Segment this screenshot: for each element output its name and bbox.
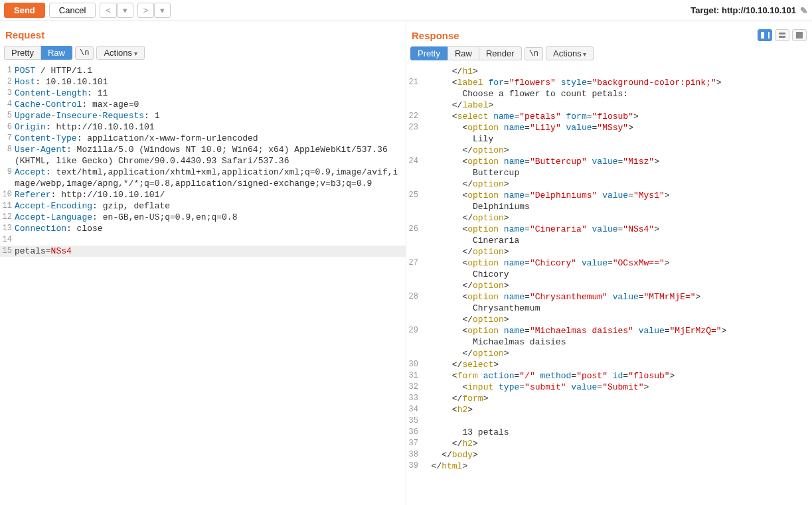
- tab-actions[interactable]: Actions: [546, 46, 594, 60]
- history-next-button[interactable]: >: [137, 3, 155, 18]
- code-line[interactable]: 5Upgrade-Insecure-Requests: 1: [0, 110, 406, 121]
- code-line[interactable]: 34 <h2>: [406, 404, 812, 415]
- tab-raw[interactable]: Raw: [41, 46, 72, 60]
- history-prev-menu[interactable]: ▾: [117, 3, 133, 18]
- code-line[interactable]: 32 <input type="submit" value="Submit">: [406, 382, 812, 393]
- code-line[interactable]: 4Cache-Control: max-age=0: [0, 99, 406, 110]
- layout-split-icon[interactable]: [758, 29, 772, 41]
- code-line[interactable]: 1POST / HTTP/1.1: [0, 65, 406, 76]
- code-line[interactable]: </option>: [406, 280, 812, 291]
- code-line[interactable]: 3Content-Length: 11: [0, 88, 406, 99]
- code-line[interactable]: Chicory: [406, 269, 812, 280]
- code-line[interactable]: Delphiniums: [406, 201, 812, 212]
- tab-pretty[interactable]: Pretty: [410, 46, 447, 60]
- code-line[interactable]: Michaelmas daisies: [406, 336, 812, 348]
- code-line[interactable]: </option>: [406, 145, 812, 156]
- tab-actions[interactable]: Actions: [96, 46, 144, 60]
- code-line[interactable]: 23 <option name="Lily" value="MSsy">: [406, 122, 812, 133]
- code-line[interactable]: 12Accept-Language: en-GB,en-US;q=0.9,en;…: [0, 212, 406, 223]
- cancel-button[interactable]: Cancel: [49, 3, 96, 18]
- code-line[interactable]: 33 </form>: [406, 393, 812, 404]
- code-line[interactable]: 22 <select name="petals" form="flosub">: [406, 111, 812, 122]
- code-line[interactable]: </option>: [406, 179, 812, 190]
- code-line[interactable]: </option>: [406, 246, 812, 257]
- code-line[interactable]: 37 </h2>: [406, 438, 812, 449]
- layout-switcher: [758, 29, 807, 41]
- tab-newline-toggle[interactable]: \n: [525, 47, 543, 60]
- code-line[interactable]: 9Accept: text/html,application/xhtml+xml…: [0, 167, 406, 189]
- tab-render[interactable]: Render: [479, 46, 522, 60]
- response-tabs: Pretty Raw Render \n Actions: [406, 46, 812, 64]
- code-line[interactable]: 10Referer: http://10.10.10.101/: [0, 189, 406, 200]
- request-body[interactable]: 1POST / HTTP/1.12Host: 10.10.10.1013Cont…: [0, 64, 406, 505]
- code-line[interactable]: </h1>: [406, 66, 812, 77]
- code-line[interactable]: Chrysanthemum: [406, 303, 812, 314]
- code-line[interactable]: 15petals=NSs4: [0, 246, 406, 257]
- code-line[interactable]: 36 13 petals: [406, 427, 812, 438]
- code-line[interactable]: 30 </select>: [406, 359, 812, 370]
- tab-raw[interactable]: Raw: [447, 46, 479, 60]
- code-line[interactable]: 31 <form action="/" method="post" id="fl…: [406, 370, 812, 382]
- response-panel: Response Pretty Raw Render \n Actions </…: [406, 21, 812, 505]
- layout-single-icon[interactable]: [792, 29, 807, 41]
- code-line[interactable]: 2Host: 10.10.10.101: [0, 76, 406, 88]
- code-line[interactable]: Cineraria: [406, 235, 812, 246]
- tab-newline-toggle[interactable]: \n: [75, 46, 94, 60]
- code-line[interactable]: Buttercup: [406, 167, 812, 179]
- code-line[interactable]: 39 </html>: [406, 461, 812, 472]
- toolbar: Send Cancel < ▾ > ▾ Target: http://10.10…: [0, 0, 812, 21]
- code-line[interactable]: Choose a flower to count petals:: [406, 88, 812, 100]
- response-title: Response: [412, 30, 459, 41]
- request-tabs: Pretty Raw \n Actions: [0, 46, 406, 64]
- code-line[interactable]: 25 <option name="Delphiniums" value="Mys…: [406, 190, 812, 201]
- code-line[interactable]: 24 <option name="Buttercup" value="Misz"…: [406, 156, 812, 167]
- code-line[interactable]: 27 <option name="Chicory" value="OCsxMw=…: [406, 257, 812, 269]
- code-line[interactable]: 26 <option name="Cineraria" value="NSs4"…: [406, 224, 812, 235]
- code-line[interactable]: 11Accept-Encoding: gzip, deflate: [0, 200, 406, 212]
- tab-pretty[interactable]: Pretty: [4, 46, 41, 60]
- pencil-icon[interactable]: ✎: [800, 5, 808, 16]
- code-line[interactable]: 29 <option name="Michaelmas daisies" val…: [406, 325, 812, 336]
- code-line[interactable]: 8User-Agent: Mozilla/5.0 (Windows NT 10.…: [0, 144, 406, 167]
- target-label: Target: http://10.10.10.101 ✎: [690, 5, 808, 16]
- code-line[interactable]: 6Origin: http://10.10.10.101: [0, 121, 406, 133]
- code-line[interactable]: 13Connection: close: [0, 223, 406, 234]
- code-line[interactable]: </option>: [406, 212, 812, 224]
- history-prev-button[interactable]: <: [100, 3, 117, 18]
- code-line[interactable]: 7Content-Type: application/x-www-form-ur…: [0, 133, 406, 144]
- layout-stack-icon[interactable]: [775, 29, 789, 41]
- code-line[interactable]: </option>: [406, 348, 812, 359]
- response-body[interactable]: </h1>21 <label for="flowers" style="back…: [406, 64, 812, 505]
- request-title: Request: [5, 29, 44, 40]
- code-line[interactable]: 21 <label for="flowers" style="backgroun…: [406, 77, 812, 88]
- code-line[interactable]: 28 <option name="Chrysanthemum" value="M…: [406, 291, 812, 303]
- code-line[interactable]: 38 </body>: [406, 449, 812, 461]
- history-next-menu[interactable]: ▾: [154, 3, 171, 18]
- code-line[interactable]: </option>: [406, 314, 812, 325]
- request-panel: Request Pretty Raw \n Actions 1POST / HT…: [0, 21, 406, 505]
- send-button[interactable]: Send: [4, 3, 45, 18]
- code-line[interactable]: </label>: [406, 100, 812, 111]
- code-line[interactable]: Lily: [406, 133, 812, 145]
- code-line[interactable]: 14: [0, 234, 406, 246]
- code-line[interactable]: 35: [406, 415, 812, 427]
